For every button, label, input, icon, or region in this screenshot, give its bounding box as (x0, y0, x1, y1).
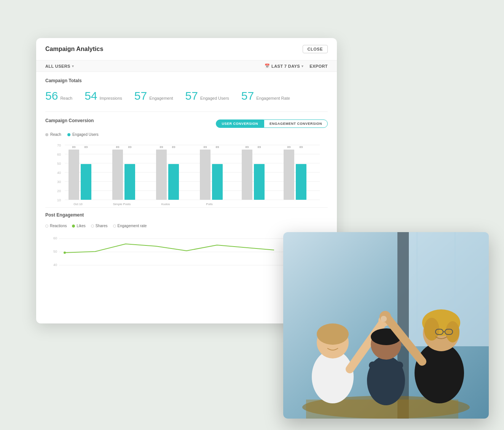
metric-engagement-rate-value: 57 (241, 89, 254, 102)
metric-reach-label: Reach (60, 96, 72, 100)
conversion-header: Campaign Conversion USER CONVERSION ENGA… (45, 118, 328, 129)
users-filter[interactable]: ALL USERS ▾ (45, 64, 74, 68)
radio-shares (91, 225, 94, 228)
user-conversion-button[interactable]: USER CONVERSION (216, 119, 264, 128)
svg-text:89: 89 (72, 145, 76, 149)
conversion-legend: Reach Engaged Users (45, 132, 328, 137)
legend-engaged-users-label: Engaged Users (72, 132, 99, 137)
svg-text:Kudos: Kudos (161, 202, 170, 206)
bar-gray-5 (242, 150, 252, 200)
svg-text:10: 10 (57, 198, 61, 202)
close-button[interactable]: CLOSE (303, 45, 328, 53)
bar-teal-1 (81, 164, 91, 200)
svg-text:89: 89 (128, 145, 132, 149)
line-start-dot (64, 252, 66, 254)
svg-text:40: 40 (53, 263, 57, 267)
svg-text:89: 89 (160, 145, 163, 149)
totals-row: 56 Reach 54 Impressions 57 Engagement 57… (45, 89, 328, 102)
metric-engagement-rate-label: Engagement Rate (256, 96, 290, 100)
svg-text:89: 89 (172, 145, 175, 149)
bar-gray-3 (156, 150, 167, 200)
post-engagement-title: Post Engagement (45, 212, 328, 218)
svg-text:Polls: Polls (206, 202, 212, 206)
metric-engagement-value: 57 (134, 89, 147, 102)
page-wrapper: Campaign Analytics CLOSE ALL USERS ▾ 📅 L… (0, 0, 504, 430)
svg-point-46 (317, 323, 349, 345)
svg-text:Simple Posts: Simple Posts (113, 202, 131, 206)
bar-teal-3 (168, 164, 179, 200)
metric-impressions: 54 Impressions (85, 89, 122, 102)
legend-likes: Likes (72, 224, 85, 228)
campaign-conversion-title: Campaign Conversion (45, 118, 94, 123)
calendar-icon: 📅 (265, 64, 270, 68)
legend-reach-label: Reach (50, 132, 61, 137)
svg-rect-39 (416, 232, 418, 339)
legend-engaged-users: Engaged Users (67, 132, 99, 137)
chevron-down-icon: ▾ (72, 64, 74, 68)
date-filter[interactable]: 📅 LAST 7 DAYS ▾ (265, 64, 304, 68)
svg-text:89: 89 (287, 145, 291, 149)
legend-shares: Shares (91, 224, 108, 228)
date-filter-label: LAST 7 DAYS (271, 64, 300, 68)
svg-text:89: 89 (246, 145, 249, 149)
metric-reach: 56 Reach (45, 89, 72, 102)
users-filter-label: ALL USERS (45, 64, 70, 68)
toggle-buttons: USER CONVERSION ENGAGEMENT CONVERSION (216, 119, 328, 128)
metric-engaged-users: 57 Engaged Users (185, 89, 229, 102)
svg-text:60: 60 (57, 153, 61, 156)
legend-reach: Reach (45, 132, 61, 137)
svg-text:30: 30 (57, 180, 61, 184)
svg-text:50: 50 (57, 162, 61, 166)
bar-chart-svg: 70 60 50 40 30 20 10 89 89 Oct 1 (45, 141, 328, 206)
metric-engagement-rate: 57 Engagement Rate (241, 89, 290, 102)
campaign-conversion-section: Campaign Conversion USER CONVERSION ENGA… (36, 112, 337, 207)
filter-bar: ALL USERS ▾ 📅 LAST 7 DAYS ▾ EXPORT (36, 61, 337, 72)
svg-text:89: 89 (204, 145, 207, 149)
legend-reactions: Reactions (45, 224, 67, 228)
svg-text:40: 40 (57, 171, 61, 175)
svg-point-53 (415, 342, 464, 403)
filter-right: 📅 LAST 7 DAYS ▾ EXPORT (265, 64, 328, 68)
svg-text:89: 89 (300, 145, 303, 149)
radio-reactions (45, 225, 48, 228)
svg-text:60: 60 (53, 236, 57, 240)
bar-gray-1 (69, 150, 79, 200)
campaign-totals-title: Campaign Totals (45, 78, 328, 83)
bar-chart-container: 70 60 50 40 30 20 10 89 89 Oct 1 (45, 141, 328, 206)
svg-text:70: 70 (57, 143, 61, 147)
radio-engagement-rate (113, 225, 116, 228)
bar-gray-2 (112, 150, 123, 200)
engagement-conversion-button[interactable]: ENGAGEMENT CONVERSION (264, 119, 328, 128)
svg-text:89: 89 (216, 145, 219, 149)
metric-engagement: 57 Engagement (134, 89, 173, 102)
legend-engagement-rate: Engagement rate (113, 224, 147, 228)
metric-impressions-value: 54 (85, 89, 97, 102)
bar-teal-4 (212, 164, 223, 200)
metric-impressions-label: Impressions (100, 96, 122, 100)
svg-text:50: 50 (53, 250, 57, 253)
chevron-down-icon: ▾ (301, 64, 303, 68)
legend-shares-label: Shares (96, 224, 108, 228)
panel-header: Campaign Analytics CLOSE (36, 38, 337, 61)
photo-overlay (283, 232, 489, 419)
legend-reactions-label: Reactions (50, 224, 67, 228)
radio-likes (72, 225, 75, 228)
campaign-totals-section: Campaign Totals 56 Reach 54 Impressions … (36, 72, 337, 111)
metric-engaged-users-label: Engaged Users (200, 96, 229, 100)
svg-text:20: 20 (57, 189, 61, 193)
svg-text:89: 89 (116, 145, 120, 149)
post-legend: Reactions Likes Shares Engagement rate (45, 224, 328, 228)
svg-text:Oct 10: Oct 10 (73, 202, 83, 206)
svg-rect-52 (369, 362, 403, 369)
people-photo-svg (283, 232, 489, 419)
metric-engaged-users-value: 57 (185, 89, 198, 102)
legend-engagement-rate-label: Engagement rate (118, 224, 147, 228)
legend-engaged-users-dot (67, 133, 70, 136)
legend-reach-dot (45, 133, 48, 136)
bar-teal-5 (254, 164, 265, 200)
bar-teal-2 (124, 164, 135, 200)
metric-engagement-label: Engagement (149, 96, 173, 100)
export-button[interactable]: EXPORT (309, 64, 328, 68)
bar-teal-6 (296, 164, 306, 200)
bar-gray-4 (200, 150, 211, 200)
